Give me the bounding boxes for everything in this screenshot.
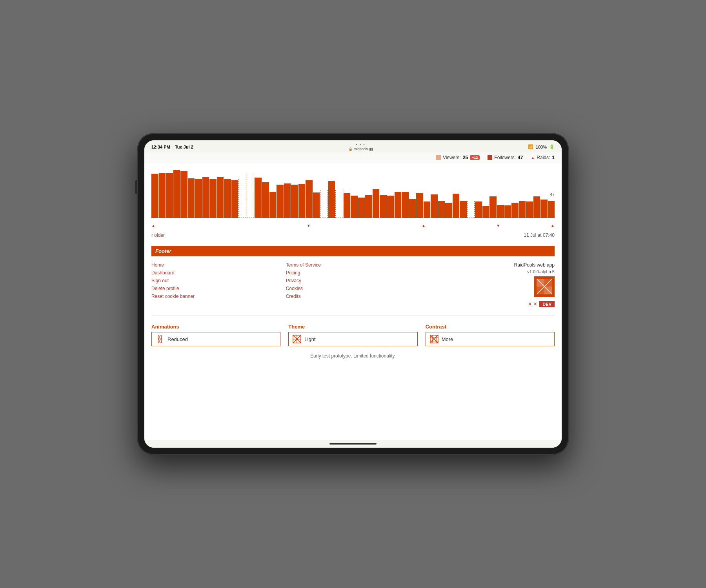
battery-icon: 🔋: [549, 144, 555, 149]
chart-bar: [173, 170, 180, 218]
older-link[interactable]: ‹ older: [151, 232, 165, 238]
footer-grid: Home Dashboard Sign out Delete profile R…: [151, 262, 555, 308]
nav-marker-5[interactable]: [551, 223, 555, 228]
chart-bar: [151, 174, 158, 218]
chart-bar: [209, 179, 217, 218]
chart-bar: [548, 201, 555, 218]
chart-bar: [395, 192, 402, 218]
chart-bar: [475, 201, 482, 218]
chart-bar: [159, 173, 166, 218]
nav-marker-1[interactable]: [151, 223, 155, 228]
chart-bar: [224, 179, 231, 218]
chart-bar: [519, 201, 526, 218]
ipad-device: 12:34 PM Tue Jul 2 • • • 🔒 raidpools.gg …: [137, 133, 569, 455]
chart-bar: [358, 198, 365, 218]
app-logo: [534, 276, 555, 297]
chart-bar: [445, 203, 452, 218]
status-time-date: 12:34 PM Tue Jul 2: [151, 145, 193, 149]
animations-control[interactable]: Reduced: [151, 332, 280, 346]
nav-marker-2[interactable]: [307, 223, 311, 228]
dev-badge-area: × × DEV: [528, 301, 555, 308]
footer-link-credits[interactable]: Credits: [286, 294, 420, 299]
chart-bar: [217, 177, 224, 218]
followers-stat: Followers: 47: [488, 155, 523, 160]
app-version: v1.0.0-alpha.5: [527, 269, 555, 274]
theme-control[interactable]: Light: [288, 332, 417, 346]
footer-link-delete[interactable]: Delete profile: [151, 286, 286, 291]
raids-icon: ▲: [531, 156, 535, 160]
app-info: RaidPools web app v1.0.0-alpha.5: [514, 262, 555, 274]
logo-svg: [537, 279, 552, 294]
status-time: 12:34 PM: [151, 145, 170, 149]
contrast-icon: [430, 335, 439, 343]
stats-bar: Viewers: 25 +12 Followers: 47 ▲ Raids: 1: [144, 152, 562, 163]
nav-marker-3[interactable]: [422, 223, 426, 228]
footer-link-pricing[interactable]: Pricing: [286, 270, 420, 276]
chart-bars: [151, 167, 555, 218]
chart-bar: [533, 196, 540, 218]
pagination: ‹ older 11 Jul at 07:40: [144, 229, 562, 246]
chart-bar: [431, 194, 438, 218]
chart-bar: [335, 190, 343, 218]
theme-setting: Theme Light: [288, 324, 417, 346]
chart-bar: [387, 196, 394, 218]
nav-marker-4[interactable]: [496, 223, 500, 228]
wifi-icon: 📶: [528, 144, 533, 149]
chart-bar: [489, 196, 497, 218]
viewers-label: Viewers:: [443, 155, 461, 160]
footer-col-2: Terms of Service Pricing Privacy Cookies…: [286, 262, 420, 308]
footer-link-cookies-reset[interactable]: Reset cookie banner: [151, 294, 286, 299]
dev-badge: DEV: [539, 301, 555, 307]
chart-bar: [306, 180, 313, 218]
contrast-control[interactable]: More: [426, 332, 555, 346]
chart-bar: [453, 194, 460, 218]
footer-link-privacy[interactable]: Privacy: [286, 278, 420, 283]
chart-bar: [409, 199, 416, 218]
footer-link-signout[interactable]: Sign out: [151, 278, 286, 283]
chart-bar: [180, 171, 187, 218]
chart-bar: [511, 203, 519, 218]
footer-link-tos[interactable]: Terms of Service: [286, 262, 420, 268]
theme-icon: [293, 335, 301, 343]
contrast-label: Contrast: [426, 324, 555, 330]
dev-xx: × ×: [528, 301, 537, 308]
footer-section: Footer Home Dashboard Sign out Delete pr…: [144, 246, 562, 440]
animations-setting: Animations Reduced: [151, 324, 280, 346]
viewers-icon: [436, 155, 441, 160]
chart-bar: [373, 189, 380, 218]
status-dots: • • •: [356, 143, 365, 147]
chart-bar: [438, 201, 445, 218]
chart-bar: [320, 190, 328, 218]
chart-bar: [291, 185, 298, 218]
chart-bar: [166, 173, 173, 218]
chart-bar: [328, 181, 335, 218]
footer-link-cookies[interactable]: Cookies: [286, 286, 420, 291]
chart-bar: [284, 183, 291, 218]
chart-bar: [416, 193, 423, 218]
chart-bar: [231, 180, 238, 218]
chart-bar: [351, 196, 358, 218]
status-date: Tue Jul 2: [175, 145, 193, 149]
chart-bar: [247, 173, 255, 218]
chart-container: 47: [151, 167, 555, 222]
chart-bar: [195, 179, 202, 218]
chart-bar: [526, 201, 533, 218]
chart-bar: [497, 205, 504, 218]
status-center: • • • 🔒 raidpools.gg: [348, 143, 373, 151]
footer-col-1: Home Dashboard Sign out Delete profile R…: [151, 262, 286, 308]
followers-label: Followers:: [494, 155, 516, 160]
theme-label: Theme: [288, 324, 417, 330]
device-screen: 12:34 PM Tue Jul 2 • • • 🔒 raidpools.gg …: [144, 140, 562, 448]
footer-link-home[interactable]: Home: [151, 262, 286, 268]
chart-area: 47: [144, 163, 562, 229]
contrast-value: More: [442, 336, 453, 342]
chart-bar: [269, 192, 277, 218]
lock-icon: 🔒: [348, 147, 353, 151]
raids-value: 1: [552, 155, 555, 160]
chart-bar: [540, 200, 548, 218]
raids-label: Raids:: [537, 155, 550, 160]
chart-bar: [460, 201, 467, 218]
status-right: 📶 100% 🔋: [528, 144, 555, 149]
status-bar: 12:34 PM Tue Jul 2 • • • 🔒 raidpools.gg …: [144, 140, 562, 152]
footer-link-dashboard[interactable]: Dashboard: [151, 270, 286, 276]
